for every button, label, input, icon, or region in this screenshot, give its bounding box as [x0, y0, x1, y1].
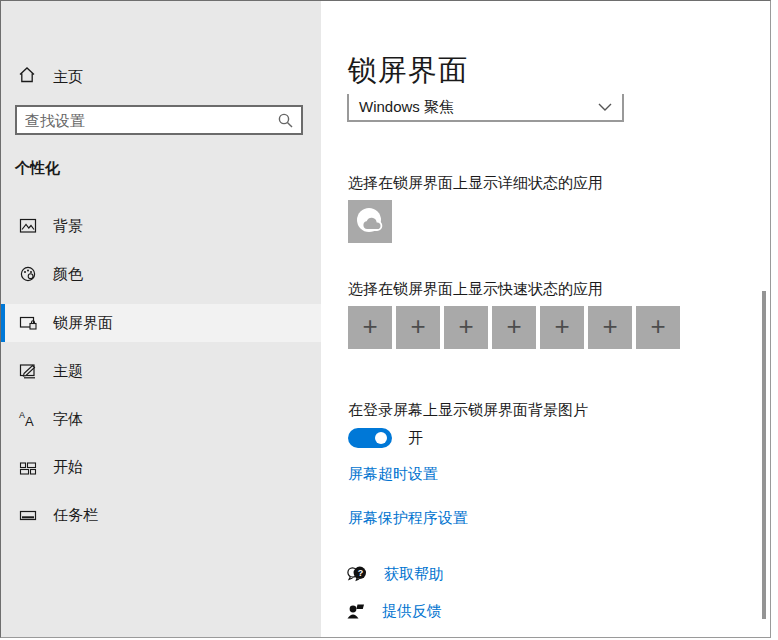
login-background-toggle[interactable]	[348, 428, 392, 448]
sidebar-item-label: 任务栏	[53, 506, 98, 525]
feedback-link[interactable]: 提供反馈	[346, 601, 442, 621]
get-help-label: 获取帮助	[384, 565, 444, 584]
section-header: 个性化	[15, 159, 60, 178]
lockscreen-icon	[17, 313, 39, 333]
selected-indicator	[1, 255, 5, 293]
svg-text:?: ?	[358, 568, 364, 578]
plus-icon: +	[602, 313, 617, 339]
login-background-label: 在登录屏幕上显示锁屏界面背景图片	[348, 401, 588, 420]
sidebar-item-fonts[interactable]: AA 字体	[1, 400, 321, 438]
add-quick-status-button[interactable]: +	[636, 306, 680, 349]
toggle-state-label: 开	[408, 429, 423, 448]
main-content: 锁屏界面 Windows 聚焦 选择在锁屏界面上显示详细状态的应用 选择在锁屏界…	[321, 1, 770, 637]
vertical-scrollbar[interactable]	[762, 291, 766, 619]
home-icon	[17, 65, 37, 89]
chevron-down-icon	[598, 103, 612, 112]
sidebar-item-label: 颜色	[53, 265, 83, 284]
sidebar-item-colors[interactable]: 颜色	[1, 255, 321, 293]
palette-icon	[17, 264, 39, 284]
selected-indicator	[1, 207, 5, 245]
settings-window: 设置 主页 个性化	[0, 0, 771, 638]
search-box	[15, 105, 303, 135]
add-quick-status-button[interactable]: +	[444, 306, 488, 349]
login-background-toggle-row: 开	[348, 428, 423, 448]
svg-text:A: A	[25, 414, 34, 429]
plus-icon: +	[362, 313, 377, 339]
start-tiles-icon	[17, 457, 39, 477]
quick-status-slots: + + + + + + +	[348, 306, 680, 349]
dropdown-value: Windows 聚焦	[349, 98, 598, 117]
sidebar-item-themes[interactable]: 主题	[1, 352, 321, 390]
sidebar-item-label: 背景	[53, 217, 83, 236]
sidebar-item-label: 主题	[53, 362, 83, 381]
page-title: 锁屏界面	[348, 51, 468, 91]
sidebar-item-home[interactable]: 主页	[1, 59, 321, 95]
screensaver-link[interactable]: 屏幕保护程序设置	[348, 509, 468, 528]
font-icon: AA	[17, 409, 39, 429]
weather-app-icon	[350, 202, 390, 242]
sidebar-item-label: 字体	[53, 410, 83, 429]
plus-icon: +	[650, 313, 665, 339]
help-icon: ?	[346, 564, 368, 584]
plus-icon: +	[554, 313, 569, 339]
selected-indicator	[1, 448, 5, 486]
add-quick-status-button[interactable]: +	[492, 306, 536, 349]
detailed-status-app-button[interactable]	[348, 200, 392, 243]
plus-icon: +	[410, 313, 425, 339]
add-quick-status-button[interactable]: +	[348, 306, 392, 349]
theme-icon	[17, 361, 39, 381]
selected-indicator	[1, 496, 5, 534]
selected-indicator	[1, 400, 5, 438]
quick-status-label: 选择在锁屏界面上显示快速状态的应用	[348, 280, 603, 299]
sidebar-item-background[interactable]: 背景	[1, 207, 321, 245]
sidebar-item-start[interactable]: 开始	[1, 448, 321, 486]
sidebar-item-label: 开始	[53, 458, 83, 477]
background-dropdown[interactable]: Windows 聚焦	[347, 94, 624, 122]
sidebar-item-lockscreen[interactable]: 锁屏界面	[1, 304, 321, 342]
plus-icon: +	[506, 313, 521, 339]
add-quick-status-button[interactable]: +	[396, 306, 440, 349]
search-input[interactable]	[17, 112, 277, 129]
sidebar-item-label: 主页	[53, 68, 83, 87]
get-help-link[interactable]: ? 获取帮助	[346, 564, 444, 584]
add-quick-status-button[interactable]: +	[588, 306, 632, 349]
taskbar-icon	[17, 505, 39, 525]
detailed-status-label: 选择在锁屏界面上显示详细状态的应用	[348, 174, 603, 193]
selected-indicator	[1, 304, 5, 342]
add-quick-status-button[interactable]: +	[540, 306, 584, 349]
sidebar: 主页 个性化 背景 颜色	[1, 1, 321, 637]
plus-icon: +	[458, 313, 473, 339]
selected-indicator	[1, 352, 5, 390]
feedback-label: 提供反馈	[382, 602, 442, 621]
toggle-knob	[375, 432, 387, 444]
feedback-icon	[346, 601, 366, 621]
screen-timeout-link[interactable]: 屏幕超时设置	[348, 465, 438, 484]
sidebar-item-taskbar[interactable]: 任务栏	[1, 496, 321, 534]
sidebar-item-label: 锁屏界面	[53, 314, 113, 333]
search-icon[interactable]	[277, 112, 294, 129]
image-icon	[17, 216, 39, 236]
